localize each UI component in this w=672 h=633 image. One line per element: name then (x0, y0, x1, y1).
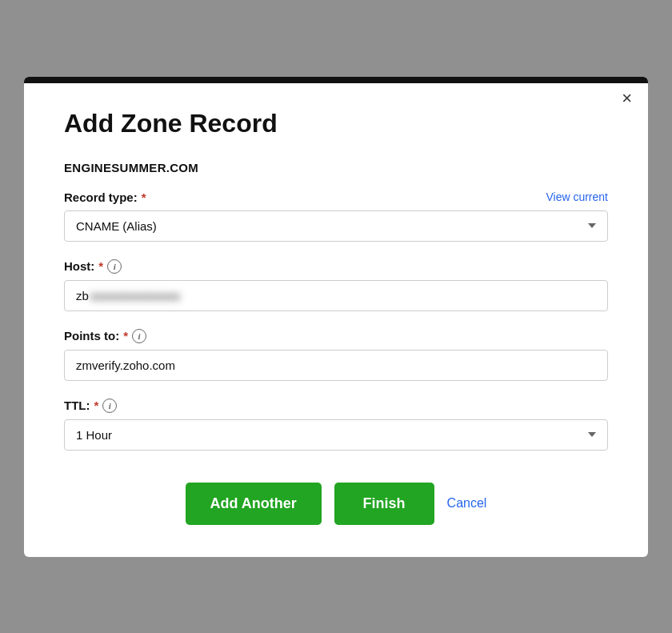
record-type-required: * (142, 190, 146, 204)
ttl-required: * (94, 399, 98, 412)
points-to-info-icon[interactable]: i (132, 329, 146, 343)
host-label-text: Host: (64, 259, 94, 273)
host-header: Host: * i (64, 259, 608, 274)
ttl-header: TTL: * i (64, 399, 608, 413)
host-info-icon[interactable]: i (107, 259, 122, 274)
record-type-header: Record type: * View current (64, 190, 608, 204)
modal-dialog: × Add Zone Record ENGINESUMMER.COM Recor… (24, 77, 648, 557)
points-to-header: Points to: * i (64, 329, 608, 343)
points-to-label: Points to: * i (64, 329, 146, 343)
close-button[interactable]: × (622, 90, 632, 107)
finish-button[interactable]: Finish (334, 483, 434, 525)
record-type-label-text: Record type: (64, 190, 138, 204)
host-required: * (98, 259, 103, 273)
host-input-display: zbxxxxxxxxxxxxxxx (64, 280, 608, 311)
ttl-info-icon[interactable]: i (102, 399, 117, 413)
ttl-group: TTL: * i 1 Minute 5 Minutes 30 Minutes 1… (64, 399, 608, 451)
ttl-select[interactable]: 1 Minute 5 Minutes 30 Minutes 1 Hour 4 H… (64, 419, 608, 451)
ttl-label: TTL: * i (64, 399, 117, 413)
cancel-button[interactable]: Cancel (447, 496, 487, 511)
points-to-label-text: Points to: (64, 329, 119, 343)
record-type-group: Record type: * View current CNAME (Alias… (64, 190, 608, 242)
view-current-link[interactable]: View current (546, 190, 608, 203)
modal-title: Add Zone Record (64, 109, 608, 138)
record-type-label: Record type: * (64, 190, 146, 204)
points-to-group: Points to: * i (64, 329, 608, 381)
domain-name: ENGINESUMMER.COM (64, 161, 608, 174)
add-another-button[interactable]: Add Another (186, 483, 322, 525)
button-row: Add Another Finish Cancel (64, 483, 608, 525)
points-to-required: * (123, 329, 128, 343)
modal-overlay: × Add Zone Record ENGINESUMMER.COM Recor… (0, 0, 672, 633)
top-bar (24, 77, 648, 83)
host-label: Host: * i (64, 259, 122, 274)
record-type-select[interactable]: CNAME (Alias) A (Address) AAAA (IPv6 Add… (64, 210, 608, 242)
host-group: Host: * i zbxxxxxxxxxxxxxxx (64, 259, 608, 311)
ttl-label-text: TTL: (64, 399, 90, 412)
points-to-input[interactable] (64, 350, 608, 381)
